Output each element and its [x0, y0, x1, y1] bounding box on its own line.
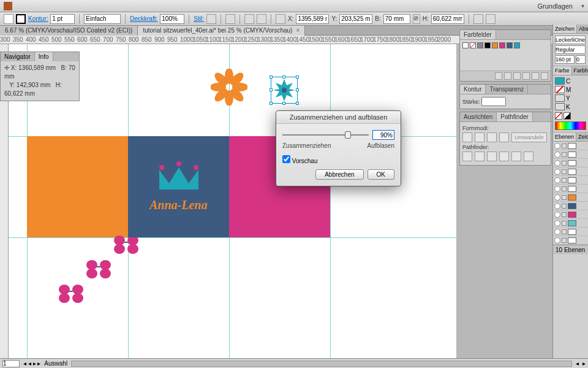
visibility-icon[interactable] — [554, 203, 560, 209]
stroke-well[interactable] — [555, 86, 565, 93]
intersect-icon[interactable] — [487, 132, 497, 142]
info-panel[interactable]: Navigator Info ✛ X: 1360,589 mm B: 70 mm… — [0, 52, 80, 101]
layer-row[interactable] — [553, 236, 588, 245]
ok-button[interactable]: OK — [368, 169, 394, 180]
layer-select-icon[interactable] — [581, 186, 587, 192]
visibility-icon[interactable] — [554, 194, 560, 201]
tab-info[interactable]: Info — [35, 52, 53, 61]
visibility-icon[interactable] — [554, 212, 560, 218]
visibility-icon[interactable] — [554, 169, 560, 175]
fill-swatch-icon[interactable] — [4, 14, 13, 24]
guide[interactable] — [330, 44, 331, 358]
leading-input[interactable] — [576, 55, 586, 64]
layer-select-icon[interactable] — [581, 169, 587, 175]
shape-mode-icon-2[interactable] — [486, 14, 496, 24]
align-icon[interactable] — [244, 14, 254, 24]
doc-tab-2[interactable]: tutorial sitzwuerfel_40er.ai* bei 25 % (… — [138, 26, 305, 36]
minus-back-icon[interactable] — [524, 151, 533, 161]
swatch[interactable] — [492, 42, 498, 48]
pucker-bloat-value[interactable] — [372, 130, 394, 140]
swatch-lib-icon[interactable] — [495, 72, 502, 80]
panel-orange[interactable] — [27, 136, 128, 237]
layer-row[interactable] — [553, 202, 588, 210]
tab-absatz[interactable]: Absatz — [577, 25, 588, 33]
layer-row[interactable] — [553, 210, 588, 219]
lock-icon[interactable] — [562, 221, 567, 226]
lock-icon[interactable] — [562, 195, 567, 200]
swatch[interactable] — [462, 42, 469, 48]
font-size-input[interactable] — [555, 55, 575, 64]
tab-navigator[interactable]: Navigator — [1, 52, 35, 61]
layer-select-icon[interactable] — [581, 177, 587, 183]
lock-icon[interactable] — [562, 144, 567, 148]
tab-kontur[interactable]: Kontur — [460, 85, 486, 94]
workspace-profile[interactable]: Grundlagen — [530, 2, 581, 10]
preview-checkbox[interactable] — [282, 155, 290, 163]
swatch[interactable] — [499, 42, 505, 48]
merge-icon[interactable] — [487, 151, 497, 161]
layer-row[interactable] — [553, 228, 588, 236]
trim-icon[interactable] — [475, 151, 484, 161]
x-input[interactable] — [296, 14, 329, 24]
swatch[interactable] — [507, 42, 513, 48]
graphic-style-icon[interactable] — [206, 14, 216, 24]
opacity-label[interactable]: Deckkraft: — [130, 15, 157, 22]
visibility-icon[interactable] — [554, 229, 560, 235]
swatch[interactable] — [477, 42, 483, 48]
swatch-opts-icon[interactable] — [513, 72, 521, 80]
pathfinder-panel[interactable]: Ausrichten Pathfinder Formmodi: Umwandel… — [459, 112, 551, 166]
link-wh-icon[interactable]: ⊘ — [413, 14, 420, 24]
lock-icon[interactable] — [562, 186, 567, 191]
opacity-input[interactable] — [160, 14, 184, 24]
stroke-weight-input[interactable] — [50, 14, 75, 24]
new-swatch-icon[interactable] — [532, 72, 539, 80]
font-family-input[interactable] — [555, 36, 586, 44]
tab-farbhilfe[interactable]: Farbhilf — [572, 66, 588, 75]
layer-select-icon[interactable] — [581, 160, 587, 166]
lock-icon[interactable] — [562, 229, 567, 234]
layer-row[interactable] — [553, 167, 588, 176]
stroke-swatch-icon[interactable] — [16, 14, 26, 24]
shape-mode-icon[interactable] — [473, 14, 483, 24]
lock-icon[interactable] — [562, 161, 567, 166]
visibility-icon[interactable] — [554, 186, 560, 192]
style-label[interactable]: Stil: — [194, 15, 204, 22]
close-tab-icon[interactable]: × — [296, 27, 300, 34]
artboard-nav-arrows[interactable]: ◂ ◂ ▸ ▸ — [23, 360, 40, 367]
trash-icon[interactable] — [541, 72, 548, 80]
layer-select-icon[interactable] — [581, 143, 587, 149]
bw-color-icon[interactable] — [564, 112, 571, 120]
panel-blue[interactable]: Anna-Lena — [128, 136, 229, 237]
new-group-icon[interactable] — [522, 72, 530, 80]
visibility-icon[interactable] — [554, 151, 560, 158]
height-input[interactable] — [431, 14, 464, 24]
visibility-icon[interactable] — [554, 237, 560, 243]
tab-ebenen[interactable]: Ebenen — [553, 132, 576, 141]
lock-icon[interactable] — [562, 212, 567, 217]
visibility-icon[interactable] — [554, 160, 560, 166]
cancel-button[interactable]: Abbrechen — [315, 169, 363, 180]
layer-select-icon[interactable] — [581, 237, 587, 243]
layer-select-icon[interactable] — [581, 151, 587, 158]
recolor-icon[interactable] — [225, 14, 235, 24]
layer-row[interactable] — [553, 150, 588, 159]
artboard-nav-input[interactable] — [2, 360, 20, 367]
flower-teal-selected[interactable] — [272, 78, 296, 102]
flower-orange[interactable] — [211, 69, 247, 105]
layer-row[interactable] — [553, 219, 588, 228]
tab-zeichen[interactable]: Zeichen — [553, 25, 577, 33]
swatch[interactable] — [514, 42, 520, 48]
y-input[interactable] — [339, 14, 372, 24]
layer-select-icon[interactable] — [581, 220, 587, 226]
visibility-icon[interactable] — [554, 143, 560, 149]
outline-icon[interactable] — [511, 151, 521, 161]
guide[interactable] — [9, 237, 456, 238]
align-icon-2[interactable] — [257, 14, 266, 24]
layer-select-icon[interactable] — [581, 229, 587, 235]
exclude-icon[interactable] — [499, 132, 509, 142]
font-weight-input[interactable] — [555, 45, 586, 54]
lock-icon[interactable] — [562, 204, 567, 209]
divide-icon[interactable] — [462, 151, 472, 161]
lock-icon[interactable] — [562, 238, 567, 243]
scroll-arrow-icon[interactable]: ◂ — [576, 360, 579, 367]
